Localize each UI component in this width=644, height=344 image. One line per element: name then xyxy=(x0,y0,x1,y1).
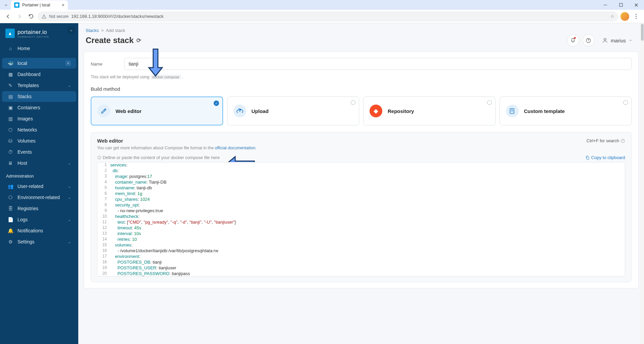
nav-images[interactable]: ▥Images xyxy=(2,113,76,124)
svg-rect-1 xyxy=(619,3,622,6)
breadcrumb-current: Add stack xyxy=(106,28,125,33)
close-window-button[interactable] xyxy=(629,0,644,10)
help-button[interactable] xyxy=(583,34,595,46)
user-menu[interactable]: marius xyxy=(598,35,637,45)
refresh-icon[interactable]: ⟳ xyxy=(136,37,141,44)
nav-events[interactable]: ⏱Events xyxy=(2,147,76,157)
radio-icon xyxy=(487,100,492,105)
nav-label: Environment-related xyxy=(17,195,64,200)
collapse-sidebar-button[interactable]: « xyxy=(68,27,75,34)
web-editor-section: Web editor Ctrl+F for search ? You can g… xyxy=(91,132,632,282)
nav-volumes[interactable]: ⛁Volumes xyxy=(2,136,76,146)
nav-label: Home xyxy=(17,46,71,51)
name-input[interactable] xyxy=(124,58,632,70)
radio-icon xyxy=(623,100,628,105)
nav-logs[interactable]: 📄Logs⌄ xyxy=(2,214,76,225)
nav-label: Dashboard xyxy=(17,72,71,77)
nav-label: Settings xyxy=(17,239,64,244)
copy-icon xyxy=(585,155,590,160)
deploy-hint: This stack will be deployed using docker… xyxy=(91,75,632,79)
nav-notifications[interactable]: 🔔Notifications xyxy=(2,225,76,236)
nav-label: Images xyxy=(17,116,71,121)
host-icon: 🖥 xyxy=(7,160,13,166)
nav-registries[interactable]: 🗄Registries xyxy=(2,203,76,214)
editor-title: Web editor xyxy=(97,138,123,144)
networks-icon: ⬡ xyxy=(7,127,13,133)
profile-avatar[interactable] xyxy=(620,12,629,21)
method-web-editor[interactable]: Web editor ✓ xyxy=(91,97,223,125)
minimize-button[interactable] xyxy=(598,0,613,10)
tab-title: Portainer | local xyxy=(22,3,59,7)
method-label: Upload xyxy=(252,108,269,114)
code-editor[interactable]: 1services:2 db:3 image: postgres:174 con… xyxy=(97,162,625,276)
chevron-down-icon: ⌄ xyxy=(68,184,71,189)
back-button[interactable] xyxy=(3,12,13,21)
volumes-icon: ⛁ xyxy=(7,138,13,144)
nav-environment-related[interactable]: ⎔Environment-related⌄ xyxy=(2,192,76,203)
maximize-button[interactable] xyxy=(613,0,629,10)
nav-networks[interactable]: ⬡Networks xyxy=(2,124,76,135)
radio-icon xyxy=(351,100,355,105)
tab-dropdown-icon[interactable] xyxy=(3,2,9,8)
browser-menu-icon[interactable] xyxy=(631,14,641,19)
method-custom-template[interactable]: Custom template xyxy=(500,97,632,125)
page-title: Create stack ⟳ xyxy=(86,36,141,45)
browser-tab-bar: Portainer | local × xyxy=(0,0,644,10)
reload-button[interactable] xyxy=(26,12,36,21)
method-repository[interactable]: ◆ Repository xyxy=(363,97,496,125)
chevron-down-icon: ⌄ xyxy=(68,240,71,244)
chevron-down-icon xyxy=(629,38,633,42)
stacks-icon: ▤ xyxy=(7,93,13,100)
registries-icon: 🗄 xyxy=(7,205,13,212)
nav-label: Host xyxy=(17,160,64,166)
close-icon[interactable]: × xyxy=(62,2,65,8)
info-icon xyxy=(97,155,101,160)
nav-dashboard[interactable]: ▦Dashboard xyxy=(2,69,76,80)
docs-link[interactable]: official documentation xyxy=(215,146,255,150)
nav-user-related[interactable]: 👥User-related⌄ xyxy=(2,181,76,192)
scrollbar-thumb[interactable] xyxy=(641,24,644,41)
main-content: Stacks > Add stack Create stack ⟳ marius xyxy=(78,23,644,344)
method-label: Web editor xyxy=(116,108,141,114)
docker-icon: 🐳 xyxy=(7,60,13,66)
containers-icon: ▣ xyxy=(7,105,13,111)
nav-containers[interactable]: ▣Containers xyxy=(2,102,76,113)
notifications-button[interactable] xyxy=(567,34,579,46)
dashboard-icon: ▦ xyxy=(7,71,13,77)
bookmark-icon[interactable]: ☆ xyxy=(610,14,614,19)
nav-label: Containers xyxy=(17,105,71,110)
env-label: local xyxy=(17,61,27,66)
close-env-icon[interactable]: × xyxy=(66,61,71,66)
templates-icon: ✎ xyxy=(7,82,13,88)
url-bar[interactable]: Not secure 192.168.1.18:9000/#!/2/docker… xyxy=(38,11,618,22)
nav-settings[interactable]: ⚙Settings⌄ xyxy=(2,236,76,247)
chevron-down-icon: ⌄ xyxy=(68,83,71,88)
method-upload[interactable]: Upload xyxy=(227,97,359,125)
help-icon: ? xyxy=(620,139,625,143)
chevron-down-icon: ⌄ xyxy=(68,161,71,165)
forward-button[interactable] xyxy=(15,12,24,21)
nav-host[interactable]: 🖥Host⌄ xyxy=(2,158,76,168)
nav-stacks[interactable]: ▤Stacks xyxy=(2,91,76,102)
nav-templates[interactable]: ✎Templates⌄ xyxy=(2,80,76,91)
user-icon xyxy=(602,37,608,43)
chevron-down-icon: ⌄ xyxy=(68,218,71,222)
env-icon: ⎔ xyxy=(7,194,13,200)
browser-tab[interactable]: Portainer | local × xyxy=(11,0,68,10)
users-icon: 👥 xyxy=(7,183,13,189)
svg-rect-14 xyxy=(587,157,589,159)
editor-placeholder-hint: Define or paste the content of your dock… xyxy=(97,155,220,160)
nav-label: Volumes xyxy=(17,138,71,144)
copy-to-clipboard-button[interactable]: Copy to clipboard xyxy=(585,155,625,160)
method-label: Custom template xyxy=(524,108,565,114)
security-badge: Not secure xyxy=(49,14,69,19)
sidebar: « ▲ portainer.io COMMUNITY EDITION ⌂ Hom… xyxy=(0,23,78,344)
notif-icon: 🔔 xyxy=(7,228,13,234)
nav-home[interactable]: ⌂ Home xyxy=(2,43,76,54)
nav-environment[interactable]: 🐳 local × xyxy=(2,58,76,69)
edit-icon xyxy=(97,105,110,117)
home-icon: ⌂ xyxy=(7,45,13,51)
chevron-down-icon: ⌄ xyxy=(68,195,71,200)
upload-icon xyxy=(233,105,246,117)
breadcrumb-root[interactable]: Stacks xyxy=(86,28,99,33)
